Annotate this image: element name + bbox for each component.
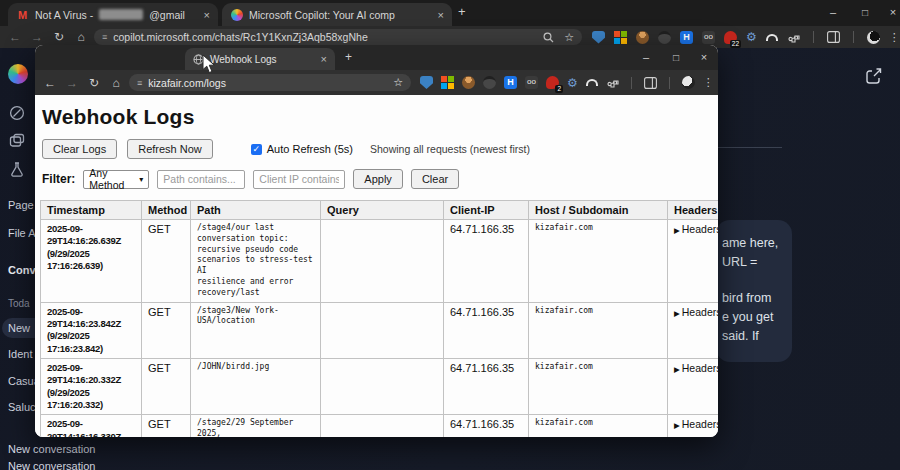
tab-copilot[interactable]: Microsoft Copilot: Your AI comp × <box>222 3 452 26</box>
method-filter-select[interactable]: Any Method ▾ <box>83 170 149 189</box>
microsoft-extension-icon[interactable] <box>614 31 627 44</box>
auto-refresh-checkbox[interactable]: ✓ <box>251 144 262 155</box>
back-icon[interactable]: ← <box>39 76 61 90</box>
home-icon[interactable]: ⌂ <box>70 30 92 44</box>
forward-icon[interactable]: → <box>26 30 48 44</box>
sidebar-item-active-chat[interactable]: New <box>8 322 30 334</box>
bookmark-star-icon[interactable]: ☆ <box>564 31 574 44</box>
popup-url: kizafair.com/logs <box>148 77 226 89</box>
site-info-icon[interactable]: ≡ <box>137 78 142 88</box>
microsoft-extension-icon[interactable] <box>441 76 454 89</box>
bubble-line: ame here, <box>722 234 788 253</box>
tab-gmail-label-prefix: Not A Virus - <box>35 9 93 21</box>
h-extension-icon[interactable]: H <box>504 76 517 89</box>
ip-filter-input[interactable] <box>253 170 345 189</box>
profile-avatar[interactable] <box>682 76 695 89</box>
popup-minimize-button[interactable]: – <box>633 47 659 67</box>
ublock-extension-icon[interactable] <box>420 76 433 89</box>
headers-arrow-icon: ▶ <box>674 226 680 235</box>
bubble-line: e you get <box>722 308 788 327</box>
ninja-extension-icon[interactable] <box>483 76 496 89</box>
headers-arrow-icon: ▶ <box>674 309 680 318</box>
forward-icon[interactable]: → <box>61 76 83 90</box>
apply-button[interactable]: Apply <box>353 169 403 189</box>
site-info-icon[interactable]: ≡ <box>102 32 107 42</box>
arc-extension-icon[interactable] <box>586 79 598 86</box>
zoom-icon[interactable] <box>543 32 554 43</box>
tab-copilot-label: Microsoft Copilot: Your AI comp <box>249 9 395 21</box>
reload-icon[interactable]: ↻ <box>83 76 105 90</box>
outer-url: copilot.microsoft.com/chats/Rc1Y1KxnZj3A… <box>113 31 367 43</box>
red-extension-icon[interactable]: 22 <box>724 31 737 44</box>
popup-close-button[interactable]: × <box>691 47 717 67</box>
bookmark-star-icon[interactable]: ☆ <box>393 76 403 89</box>
red-extension-icon[interactable]: 2 <box>546 76 559 89</box>
webhook-logs-page: Webhook Logs Clear Logs Refresh Now ✓ Au… <box>35 95 718 437</box>
sidebar-item-new-conversation[interactable]: New conversation <box>8 460 95 470</box>
headers-arrow-icon: ▶ <box>674 421 680 430</box>
h-extension-icon[interactable]: H <box>680 31 693 44</box>
new-tab-button[interactable]: + <box>458 4 466 19</box>
cell-method: GET <box>142 415 191 437</box>
refresh-now-button[interactable]: Refresh Now <box>127 139 213 159</box>
glasses-extension-icon[interactable]: oo <box>525 76 538 89</box>
headers-label: Headers <box>682 418 718 430</box>
headers-expander[interactable]: ▶Headers <box>668 358 719 414</box>
glasses-extension-icon[interactable]: oo <box>702 31 715 44</box>
popup-maximize-button[interactable]: □ <box>663 47 689 67</box>
tab-gmail[interactable]: M Not A Virus - @gmail × <box>8 3 218 26</box>
side-panel-icon[interactable] <box>644 77 657 89</box>
sidebar-labs-icon[interactable] <box>9 161 25 177</box>
cell-host: kizafair.com <box>529 415 668 437</box>
sidebar-discover-icon[interactable] <box>9 105 25 121</box>
arc-extension-icon[interactable] <box>766 34 778 41</box>
logs-table: Timestamp Method Path Query Client-IP Ho… <box>40 200 718 437</box>
new-tab-button[interactable]: + <box>345 50 352 64</box>
reload-icon[interactable]: ↻ <box>48 30 70 44</box>
copilot-logo-icon <box>8 64 28 84</box>
ublock-extension-icon[interactable]: 7 <box>592 31 605 44</box>
menu-dots-icon[interactable]: ⋮ <box>889 31 900 44</box>
window-close-button[interactable]: × <box>880 2 900 22</box>
popup-title-bar[interactable]: Webhook Logs × + – □ × <box>35 45 718 70</box>
col-method: Method <box>142 201 191 220</box>
extensions-puzzle-icon[interactable] <box>606 76 619 89</box>
sidebar-gallery-icon[interactable] <box>9 133 25 149</box>
headers-expander[interactable]: ▶Headers <box>668 415 719 437</box>
gear-extension-icon[interactable]: ⚙ <box>746 30 757 44</box>
tab-close-icon[interactable]: × <box>438 9 444 21</box>
table-row: 2025-09- 29T14:16:16.330Z (9/29/2025 17:… <box>41 415 719 437</box>
popup-address-bar[interactable]: ≡ kizafair.com/logs ☆ <box>129 74 411 91</box>
sidebar-item-files[interactable]: File A <box>8 227 36 239</box>
screen: M Not A Virus - @gmail × Microsoft Copil… <box>0 0 900 470</box>
headers-expander[interactable]: ▶Headers <box>668 220 719 303</box>
outer-address-bar[interactable]: ≡ copilot.microsoft.com/chats/Rc1Y1KxnZj… <box>94 29 582 45</box>
extensions-puzzle-icon[interactable] <box>787 31 800 44</box>
sidebar-item-salut[interactable]: Saluc <box>8 401 36 413</box>
tab-close-icon[interactable]: × <box>204 9 210 21</box>
sidebar-item-pages[interactable]: Page <box>8 199 34 211</box>
tab-close-icon[interactable]: × <box>321 53 327 65</box>
cell-client-ip: 64.71.166.35 <box>444 415 529 437</box>
person-extension-icon[interactable] <box>462 76 475 89</box>
window-minimize-button[interactable]: – <box>820 2 846 22</box>
clear-button[interactable]: Clear <box>411 169 459 189</box>
path-filter-input[interactable] <box>157 170 245 189</box>
back-icon[interactable]: ← <box>4 30 26 44</box>
col-client-ip: Client-IP <box>444 201 529 220</box>
headers-expander[interactable]: ▶Headers <box>668 302 719 358</box>
gear-extension-icon[interactable]: ⚙ <box>567 76 578 90</box>
share-icon[interactable] <box>864 66 884 86</box>
ninja-extension-icon[interactable] <box>658 31 671 44</box>
sidebar-item-ident[interactable]: Ident <box>8 348 32 360</box>
profile-avatar[interactable] <box>867 31 880 44</box>
clear-logs-button[interactable]: Clear Logs <box>42 139 117 159</box>
window-maximize-button[interactable]: □ <box>852 2 878 22</box>
menu-dots-icon[interactable]: ⋮ <box>703 76 714 89</box>
cell-client-ip: 64.71.166.35 <box>444 358 529 414</box>
side-panel-icon[interactable] <box>827 31 840 43</box>
person-extension-icon[interactable] <box>636 31 649 44</box>
home-icon[interactable]: ⌂ <box>105 76 127 90</box>
sidebar-item-new-conversation[interactable]: New conversation <box>8 443 95 455</box>
tab-gmail-label-suffix: @gmail <box>149 9 185 21</box>
